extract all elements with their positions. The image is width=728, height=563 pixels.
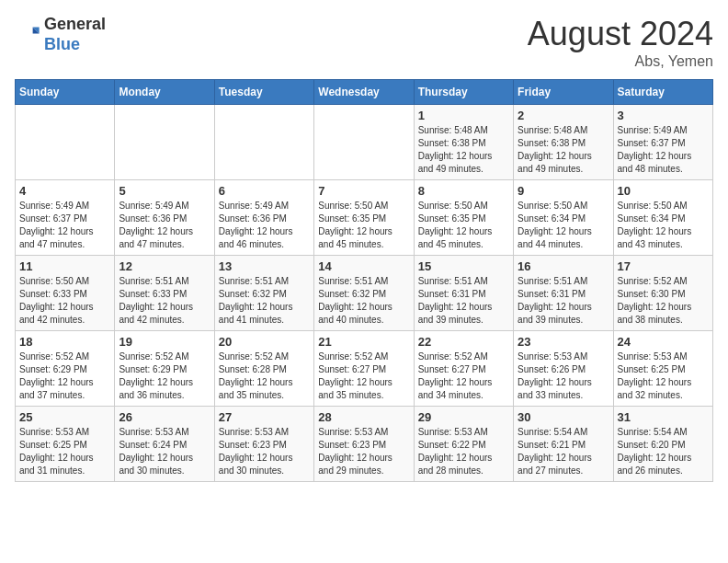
- week-row-3: 11Sunrise: 5:50 AM Sunset: 6:33 PM Dayli…: [16, 256, 713, 331]
- day-info: Sunrise: 5:53 AM Sunset: 6:22 PM Dayligh…: [418, 426, 509, 477]
- day-number: 9: [518, 184, 609, 198]
- day-info: Sunrise: 5:50 AM Sunset: 6:35 PM Dayligh…: [418, 200, 509, 251]
- calendar-cell: 17Sunrise: 5:52 AM Sunset: 6:30 PM Dayli…: [613, 256, 712, 331]
- day-number: 30: [518, 410, 609, 424]
- calendar-cell: 15Sunrise: 5:51 AM Sunset: 6:31 PM Dayli…: [414, 256, 513, 331]
- calendar-cell: 1Sunrise: 5:48 AM Sunset: 6:38 PM Daylig…: [414, 105, 513, 180]
- day-info: Sunrise: 5:53 AM Sunset: 6:25 PM Dayligh…: [618, 350, 709, 402]
- page-header: General Blue August 2024 Abs, Yemen: [15, 15, 713, 70]
- day-number: 31: [618, 410, 709, 424]
- calendar-cell: 24Sunrise: 5:53 AM Sunset: 6:25 PM Dayli…: [613, 331, 712, 407]
- calendar-cell: 29Sunrise: 5:53 AM Sunset: 6:22 PM Dayli…: [414, 407, 513, 482]
- day-number: 26: [119, 410, 210, 424]
- weekday-header-thursday: Thursday: [414, 80, 513, 105]
- calendar-cell: 8Sunrise: 5:50 AM Sunset: 6:35 PM Daylig…: [414, 180, 513, 256]
- logo-icon: [15, 22, 40, 48]
- calendar-cell: 19Sunrise: 5:52 AM Sunset: 6:29 PM Dayli…: [115, 331, 214, 407]
- day-number: 2: [518, 109, 609, 122]
- weekday-header-friday: Friday: [514, 80, 613, 105]
- day-info: Sunrise: 5:49 AM Sunset: 6:37 PM Dayligh…: [19, 200, 110, 251]
- calendar-cell: 22Sunrise: 5:52 AM Sunset: 6:27 PM Dayli…: [414, 331, 513, 407]
- week-row-1: 1Sunrise: 5:48 AM Sunset: 6:38 PM Daylig…: [16, 105, 713, 180]
- day-info: Sunrise: 5:49 AM Sunset: 6:36 PM Dayligh…: [219, 200, 310, 251]
- day-number: 1: [418, 109, 509, 122]
- day-info: Sunrise: 5:51 AM Sunset: 6:31 PM Dayligh…: [418, 275, 509, 327]
- day-number: 21: [318, 335, 409, 349]
- calendar-cell: 12Sunrise: 5:51 AM Sunset: 6:33 PM Dayli…: [115, 256, 214, 331]
- calendar-cell: 26Sunrise: 5:53 AM Sunset: 6:24 PM Dayli…: [115, 407, 214, 482]
- logo-blue-text: Blue: [44, 35, 80, 53]
- day-number: 18: [19, 335, 110, 349]
- calendar-cell: 18Sunrise: 5:52 AM Sunset: 6:29 PM Dayli…: [16, 331, 115, 407]
- day-number: 23: [518, 335, 609, 349]
- day-number: 20: [219, 335, 310, 349]
- day-number: 5: [119, 184, 210, 198]
- logo-text: General Blue: [44, 15, 106, 54]
- calendar-cell: 27Sunrise: 5:53 AM Sunset: 6:23 PM Dayli…: [214, 407, 313, 482]
- day-info: Sunrise: 5:49 AM Sunset: 6:37 PM Dayligh…: [618, 124, 709, 176]
- day-info: Sunrise: 5:48 AM Sunset: 6:38 PM Dayligh…: [518, 124, 609, 176]
- calendar-cell: 23Sunrise: 5:53 AM Sunset: 6:26 PM Dayli…: [514, 331, 613, 407]
- day-info: Sunrise: 5:51 AM Sunset: 6:31 PM Dayligh…: [518, 275, 609, 327]
- calendar-cell: 31Sunrise: 5:54 AM Sunset: 6:20 PM Dayli…: [613, 407, 712, 482]
- day-info: Sunrise: 5:53 AM Sunset: 6:26 PM Dayligh…: [518, 350, 609, 402]
- calendar-cell: 6Sunrise: 5:49 AM Sunset: 6:36 PM Daylig…: [214, 180, 313, 256]
- calendar-cell: 9Sunrise: 5:50 AM Sunset: 6:34 PM Daylig…: [514, 180, 613, 256]
- day-info: Sunrise: 5:52 AM Sunset: 6:30 PM Dayligh…: [618, 275, 709, 327]
- day-info: Sunrise: 5:51 AM Sunset: 6:33 PM Dayligh…: [119, 275, 210, 327]
- day-number: 14: [318, 259, 409, 273]
- day-info: Sunrise: 5:54 AM Sunset: 6:20 PM Dayligh…: [618, 426, 709, 477]
- calendar-cell: 21Sunrise: 5:52 AM Sunset: 6:27 PM Dayli…: [314, 331, 414, 407]
- day-number: 7: [318, 184, 409, 198]
- calendar-cell: 25Sunrise: 5:53 AM Sunset: 6:25 PM Dayli…: [16, 407, 115, 482]
- calendar-cell: [314, 105, 414, 180]
- calendar-cell: 10Sunrise: 5:50 AM Sunset: 6:34 PM Dayli…: [613, 180, 712, 256]
- day-info: Sunrise: 5:50 AM Sunset: 6:35 PM Dayligh…: [318, 200, 409, 251]
- calendar-cell: 2Sunrise: 5:48 AM Sunset: 6:38 PM Daylig…: [514, 105, 613, 180]
- calendar-table: SundayMondayTuesdayWednesdayThursdayFrid…: [15, 79, 713, 482]
- day-info: Sunrise: 5:50 AM Sunset: 6:33 PM Dayligh…: [19, 275, 110, 327]
- weekday-header-tuesday: Tuesday: [214, 80, 313, 105]
- month-year: August 2024: [528, 15, 713, 53]
- logo-general-text: General: [44, 15, 106, 33]
- day-number: 16: [518, 259, 609, 273]
- title-block: August 2024 Abs, Yemen: [528, 15, 713, 70]
- calendar-cell: 3Sunrise: 5:49 AM Sunset: 6:37 PM Daylig…: [613, 105, 712, 180]
- day-info: Sunrise: 5:52 AM Sunset: 6:29 PM Dayligh…: [119, 350, 210, 402]
- day-number: 15: [418, 259, 509, 273]
- day-info: Sunrise: 5:48 AM Sunset: 6:38 PM Dayligh…: [418, 124, 509, 176]
- day-number: 10: [618, 184, 709, 198]
- location: Abs, Yemen: [528, 53, 713, 70]
- week-row-5: 25Sunrise: 5:53 AM Sunset: 6:25 PM Dayli…: [16, 407, 713, 482]
- calendar-cell: 14Sunrise: 5:51 AM Sunset: 6:32 PM Dayli…: [314, 256, 414, 331]
- day-info: Sunrise: 5:52 AM Sunset: 6:27 PM Dayligh…: [318, 350, 409, 402]
- calendar-cell: 28Sunrise: 5:53 AM Sunset: 6:23 PM Dayli…: [314, 407, 414, 482]
- week-row-2: 4Sunrise: 5:49 AM Sunset: 6:37 PM Daylig…: [16, 180, 713, 256]
- day-number: 27: [219, 410, 310, 424]
- day-info: Sunrise: 5:52 AM Sunset: 6:28 PM Dayligh…: [219, 350, 310, 402]
- calendar-cell: [16, 105, 115, 180]
- weekday-header-sunday: Sunday: [16, 80, 115, 105]
- day-info: Sunrise: 5:54 AM Sunset: 6:21 PM Dayligh…: [518, 426, 609, 477]
- day-number: 19: [119, 335, 210, 349]
- weekday-header-row: SundayMondayTuesdayWednesdayThursdayFrid…: [16, 80, 713, 105]
- day-info: Sunrise: 5:50 AM Sunset: 6:34 PM Dayligh…: [518, 200, 609, 251]
- day-info: Sunrise: 5:53 AM Sunset: 6:24 PM Dayligh…: [119, 426, 210, 477]
- day-info: Sunrise: 5:50 AM Sunset: 6:34 PM Dayligh…: [618, 200, 709, 251]
- day-number: 17: [618, 259, 709, 273]
- day-info: Sunrise: 5:52 AM Sunset: 6:27 PM Dayligh…: [418, 350, 509, 402]
- day-number: 22: [418, 335, 509, 349]
- day-number: 24: [618, 335, 709, 349]
- day-number: 25: [19, 410, 110, 424]
- calendar-cell: 11Sunrise: 5:50 AM Sunset: 6:33 PM Dayli…: [16, 256, 115, 331]
- day-info: Sunrise: 5:51 AM Sunset: 6:32 PM Dayligh…: [318, 275, 409, 327]
- calendar-cell: [214, 105, 313, 180]
- day-number: 29: [418, 410, 509, 424]
- day-info: Sunrise: 5:52 AM Sunset: 6:29 PM Dayligh…: [19, 350, 110, 402]
- day-number: 4: [19, 184, 110, 198]
- logo: General Blue: [15, 15, 106, 54]
- calendar-cell: 5Sunrise: 5:49 AM Sunset: 6:36 PM Daylig…: [115, 180, 214, 256]
- week-row-4: 18Sunrise: 5:52 AM Sunset: 6:29 PM Dayli…: [16, 331, 713, 407]
- day-number: 8: [418, 184, 509, 198]
- day-info: Sunrise: 5:49 AM Sunset: 6:36 PM Dayligh…: [119, 200, 210, 251]
